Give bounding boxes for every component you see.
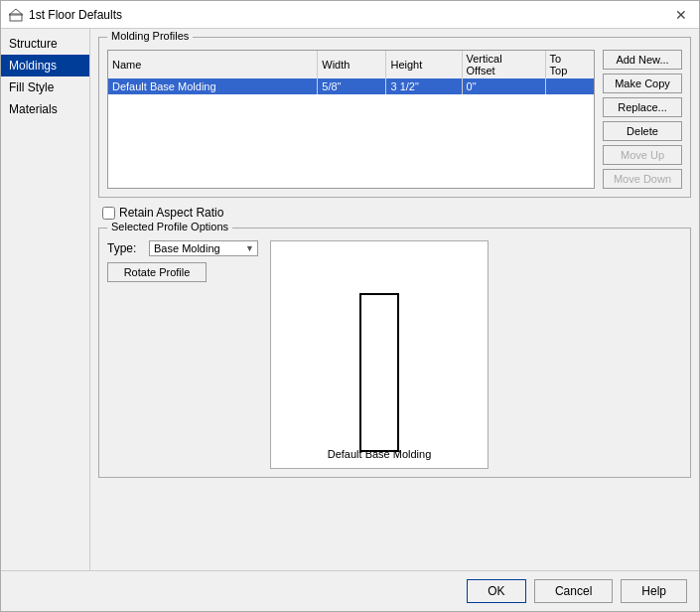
table-header: Name Width Height VerticalOffset ToTop <box>108 51 594 78</box>
table-body: Default Base Molding 5/8" 3 1/2" 0" <box>108 78 594 94</box>
col-header-height: Height <box>386 51 462 78</box>
cancel-button[interactable]: Cancel <box>534 579 613 603</box>
ok-button[interactable]: OK <box>467 579 526 603</box>
profile-options-title: Selected Profile Options <box>107 221 232 232</box>
main-content: Structure Moldings Fill Style Materials <box>1 29 699 570</box>
sidebar-item-fill-style[interactable]: Fill Style <box>1 76 89 98</box>
retain-aspect-ratio-row: Retain Aspect Ratio <box>98 206 691 220</box>
type-select[interactable]: Base Molding Crown Molding Chair Rail Pi… <box>149 240 258 256</box>
col-header-to-top: ToTop <box>545 51 594 78</box>
selected-profile-options-group: Selected Profile Options Type: Base Mold… <box>98 228 691 478</box>
footer: OK Cancel Help <box>1 570 699 611</box>
replace-button[interactable]: Replace... <box>603 97 682 117</box>
profile-options-left: Type: Base Molding Crown Molding Chair R… <box>107 240 258 469</box>
cell-to-top <box>545 78 594 94</box>
profile-buttons: Add New... Make Copy Replace... Delete M… <box>603 50 682 189</box>
molding-shape-preview <box>359 293 399 452</box>
make-copy-button[interactable]: Make Copy <box>603 74 682 93</box>
add-new-button[interactable]: Add New... <box>603 50 682 70</box>
preview-label: Default Base Molding <box>271 448 488 460</box>
table-row[interactable]: Default Base Molding 5/8" 3 1/2" 0" <box>108 78 594 94</box>
help-button[interactable]: Help <box>621 579 687 603</box>
molding-profiles-title: Molding Profiles <box>107 30 193 42</box>
cell-height: 3 1/2" <box>386 78 462 94</box>
title-bar: 1st Floor Defaults ✕ <box>1 1 699 29</box>
sidebar-item-materials[interactable]: Materials <box>1 98 89 120</box>
cell-width: 5/8" <box>318 78 386 94</box>
col-header-name: Name <box>108 51 318 78</box>
profile-table-wrap: Name Width Height VerticalOffset ToTop D… <box>107 50 595 189</box>
window-icon <box>9 8 23 22</box>
type-row: Type: Base Molding Crown Molding Chair R… <box>107 240 258 256</box>
title-bar-left: 1st Floor Defaults <box>9 8 122 22</box>
move-down-button[interactable]: Move Down <box>603 169 682 189</box>
cell-vertical-offset: 0" <box>462 78 545 94</box>
retain-aspect-ratio-checkbox[interactable] <box>102 207 115 220</box>
main-window: 1st Floor Defaults ✕ Structure Moldings … <box>0 0 700 612</box>
col-header-width: Width <box>318 51 386 78</box>
profile-options-inner: Type: Base Molding Crown Molding Chair R… <box>99 229 690 477</box>
rotate-profile-button[interactable]: Rotate Profile <box>107 262 207 282</box>
sidebar-item-moldings[interactable]: Moldings <box>1 55 89 76</box>
sidebar: Structure Moldings Fill Style Materials <box>1 29 90 570</box>
type-label: Type: <box>107 241 143 255</box>
profile-preview-box: Default Base Molding <box>270 240 489 469</box>
window-title: 1st Floor Defaults <box>29 8 122 22</box>
profile-table: Name Width Height VerticalOffset ToTop D… <box>108 51 594 94</box>
molding-profiles-group: Molding Profiles Name Width Height Verti… <box>98 37 691 198</box>
sidebar-item-structure[interactable]: Structure <box>1 33 89 55</box>
move-up-button[interactable]: Move Up <box>603 145 682 165</box>
content-area: 3 1/2" 5/8" Molding Profiles Name <box>90 29 699 570</box>
delete-button[interactable]: Delete <box>603 121 682 141</box>
type-select-wrapper: Base Molding Crown Molding Chair Rail Pi… <box>149 240 258 256</box>
cell-name: Default Base Molding <box>108 78 318 94</box>
col-header-vertical-offset: VerticalOffset <box>462 51 545 78</box>
close-button[interactable]: ✕ <box>671 7 691 23</box>
retain-aspect-ratio-label[interactable]: Retain Aspect Ratio <box>119 206 223 220</box>
molding-profiles-inner: Name Width Height VerticalOffset ToTop D… <box>99 38 690 197</box>
